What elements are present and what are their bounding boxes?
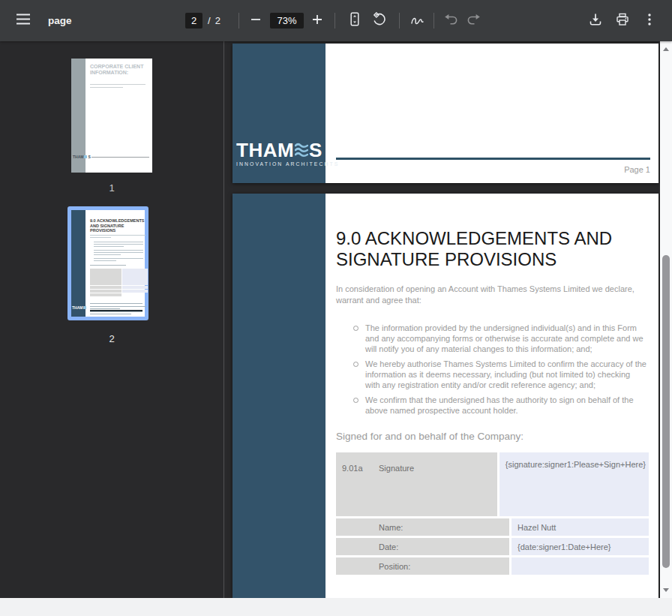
signature-label-cell: 9.01a Signature [336, 452, 497, 516]
scroll-up-arrow[interactable] [663, 47, 669, 51]
bullet-item: The information provided by the undersig… [352, 323, 646, 354]
bullet-item: We confirm that the undersigned has the … [352, 395, 646, 416]
thumb2-table-label-cell [90, 269, 122, 285]
thumb2-footer-rule [90, 310, 142, 311]
document-viewport: THAM S INNOVATION ARCHITECHTS Page 1 9. [225, 41, 660, 598]
thumb2-bullet-line [94, 246, 124, 247]
hamburger-menu-button[interactable] [13, 10, 34, 31]
thumb2-footer-line [90, 306, 146, 307]
scroll-down-arrow[interactable] [663, 588, 669, 592]
toolbar-separator [399, 13, 400, 29]
draw-annotate-button[interactable] [406, 10, 428, 31]
thumb2-table-row [90, 286, 122, 289]
thumb1-logo-text: S [88, 155, 90, 159]
toolbar-separator [334, 13, 335, 29]
acknowledgement-bullets: The information provided by the undersig… [352, 323, 646, 420]
thumb1-footer-rule [92, 157, 149, 158]
table-row-position: Position: [336, 557, 649, 575]
print-icon [616, 13, 629, 29]
page1-teal-sidebar: THAM S INNOVATION ARCHITECHTS [232, 44, 326, 183]
section-heading: 9.0 ACKNOWLEDGEMENTS AND SIGNATURE PROVI… [336, 228, 651, 270]
page-count: / 2 [208, 15, 220, 26]
document-title: page [48, 15, 72, 26]
signature-table: 9.01a Signature {signature:signer1:Pleas… [336, 452, 649, 575]
thumbnail-page-1[interactable]: CORPORATE CLIENT INFORMATION: THAM S [71, 59, 152, 173]
position-value-cell [512, 557, 649, 575]
page-number-input[interactable]: 2 [185, 13, 202, 29]
more-options-button[interactable] [639, 10, 660, 31]
hamburger-icon [16, 14, 30, 27]
thumbnail-sidebar: CORPORATE CLIENT INFORMATION: THAM S 1 9… [0, 41, 224, 598]
kebab-menu-icon [648, 14, 651, 28]
download-icon [589, 13, 602, 29]
thumb2-table-value-cell [122, 269, 148, 285]
zoom-in-button[interactable] [307, 10, 328, 31]
undo-icon [444, 14, 458, 27]
thumb2-table-row [90, 293, 122, 296]
toolbar-separator [434, 13, 434, 29]
rotate-counterclockwise-button[interactable] [368, 10, 389, 31]
logo-wave-icon [295, 141, 308, 159]
thumb2-page-sidebar [71, 210, 86, 317]
table-row-signature: 9.01a Signature {signature:signer1:Pleas… [336, 452, 649, 516]
thumb1-text-line [90, 87, 123, 88]
zoom-level-input[interactable]: 73% [270, 13, 304, 29]
thumb2-bullet-line [94, 260, 116, 261]
position-label-cell: Position: [336, 557, 509, 575]
thumb2-table-row [122, 286, 148, 289]
table-row-date: Date: {date:signer1:Date+Here} [336, 538, 649, 555]
page1-footer-label: Page 1 [624, 165, 650, 174]
bullet-item: We hereby authorise Thames Systems Limit… [352, 359, 646, 390]
thumb2-text-line [90, 237, 111, 238]
thumb1-logo-wave-icon [84, 155, 87, 158]
download-button[interactable] [585, 10, 606, 31]
page-total: 2 [215, 15, 220, 26]
thumb1-logo-text: THAM [73, 155, 83, 159]
thumb2-signed-line [90, 265, 126, 266]
thumbnail-2-label: 2 [71, 333, 152, 344]
redo-button[interactable] [464, 10, 484, 31]
thames-logo-wordmark: THAM S [236, 140, 339, 160]
thumb2-logo-text: THAM [72, 305, 82, 310]
thumb2-footer-line [90, 311, 142, 312]
date-value-cell: {date:signer1:Date+Here} [512, 538, 649, 555]
signature-value-cell: {signature:signer1:Please+Sign+Here} [500, 452, 649, 516]
page1-footer-rule [336, 158, 650, 160]
pdf-toolbar: page 2 / 2 73% [0, 0, 672, 41]
fit-to-page-icon [349, 12, 361, 29]
thumb2-footer-line [90, 308, 120, 309]
vertical-scrollbar[interactable] [660, 41, 672, 598]
thumbnail-page-2-selected[interactable]: 9.0 ACKNOWLEDGEMENTS AND SIGNATURE PROVI… [68, 206, 148, 320]
minus-icon [251, 15, 260, 26]
draw-squiggle-icon [410, 14, 424, 27]
logo-text-pre: THAM [236, 140, 294, 160]
thumb2-footer-line [90, 314, 131, 314]
redo-icon [467, 14, 481, 27]
thumb1-text-line [90, 84, 146, 85]
thumb2-title: 9.0 ACKNOWLEDGEMENTS AND SIGNATURE PROVI… [90, 218, 148, 233]
page-divider: / [208, 15, 211, 26]
thumb2-bullet-line [94, 244, 143, 245]
horizontal-scrollbar-track[interactable] [0, 598, 672, 616]
vertical-scrollbar-thumb[interactable] [662, 255, 670, 568]
table-row-name: Name: Hazel Nutt [336, 518, 649, 536]
name-label-cell: Name: [336, 518, 509, 536]
thumb2-footer-line [90, 303, 142, 304]
thumbnail-1-label: 1 [71, 182, 152, 194]
thumb2-logo-wave-icon [83, 306, 86, 309]
print-button[interactable] [612, 10, 633, 31]
thumb2-bullet-line [94, 254, 121, 255]
date-label-cell: Date: [336, 538, 509, 555]
zoom-out-button[interactable] [245, 10, 266, 31]
fit-to-page-button[interactable] [344, 10, 365, 31]
plus-icon [313, 15, 322, 26]
row-label: Signature [379, 464, 414, 516]
thumb2-table-row [90, 290, 122, 293]
thumb2-bullet-line [94, 242, 143, 242]
thumb1-title: CORPORATE CLIENT INFORMATION: [90, 64, 146, 76]
intro-paragraph: In consideration of opening an Account w… [336, 284, 644, 305]
toolbar-separator [238, 13, 239, 29]
page2-teal-sidebar [232, 194, 326, 598]
undo-button[interactable] [440, 10, 461, 31]
thumb2-bullet-line [94, 252, 143, 253]
